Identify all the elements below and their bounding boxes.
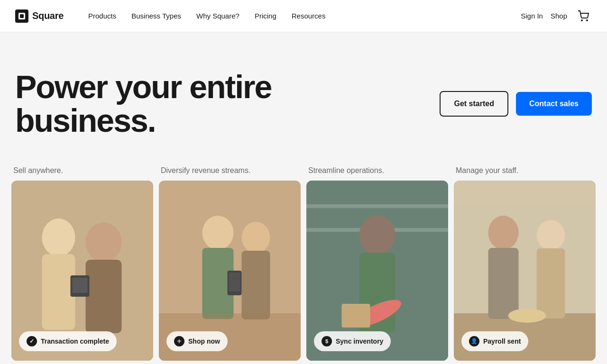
badge-label-1: Shop now <box>188 337 220 345</box>
card-sell-anywhere[interactable]: ✓ Transaction complete <box>11 181 153 361</box>
svg-point-31 <box>537 220 565 250</box>
square-logo-svg <box>18 12 26 20</box>
card-label-3: Manage your staff. <box>454 166 596 175</box>
brand-name: Square <box>32 10 64 21</box>
svg-rect-14 <box>202 248 234 319</box>
svg-rect-34 <box>454 181 596 204</box>
check-icon-0: ✓ <box>27 336 37 346</box>
get-started-button[interactable]: Get started <box>440 91 508 117</box>
nav-pricing[interactable]: Pricing <box>249 8 282 24</box>
card-label-1: Diversify revenue streams. <box>159 166 301 175</box>
svg-rect-6 <box>42 254 75 330</box>
svg-point-25 <box>350 294 405 332</box>
sync-icon-2: $ <box>322 336 332 346</box>
card-badge-2: $ Sync inventory <box>314 331 391 351</box>
contact-sales-button[interactable]: Contact sales <box>516 92 592 116</box>
svg-point-29 <box>488 216 519 250</box>
svg-rect-17 <box>228 271 242 295</box>
svg-rect-22 <box>306 228 448 232</box>
nav-products[interactable]: Products <box>83 8 122 24</box>
cards-grid: ✓ Transaction complete <box>11 181 596 361</box>
svg-rect-32 <box>537 248 565 318</box>
svg-rect-18 <box>229 273 240 291</box>
cards-labels: Sell anywhere. Diversify revenue streams… <box>11 166 596 175</box>
svg-point-23 <box>359 215 395 255</box>
plus-icon-1: + <box>174 336 184 346</box>
svg-point-15 <box>242 222 270 253</box>
card-badge-0: ✓ Transaction complete <box>19 331 117 351</box>
navbar: Square Products Business Types Why Squar… <box>0 0 607 32</box>
hero-section: Power your entire business. Get started … <box>0 32 607 166</box>
svg-rect-26 <box>342 304 370 328</box>
sign-in-link[interactable]: Sign In <box>521 12 543 20</box>
svg-rect-8 <box>86 260 122 333</box>
badge-label-3: Payroll sent <box>483 337 521 345</box>
svg-rect-21 <box>306 204 448 208</box>
hero-buttons: Get started Contact sales <box>440 91 592 117</box>
nav-resources[interactable]: Resources <box>286 8 331 24</box>
card-label-0: Sell anywhere. <box>11 166 153 175</box>
logo-icon <box>15 9 28 23</box>
nav-why-square[interactable]: Why Square? <box>191 8 245 24</box>
hero-title: Power your entire business. <box>15 70 404 138</box>
badge-label-0: Transaction complete <box>41 337 109 345</box>
card-diversify-revenue[interactable]: + Shop now <box>159 181 301 361</box>
card-badge-1: + Shop now <box>166 331 228 351</box>
nav-actions: Sign In Shop <box>521 8 592 25</box>
svg-rect-16 <box>242 251 270 319</box>
svg-point-7 <box>86 222 122 262</box>
nav-business-types[interactable]: Business Types <box>126 8 187 24</box>
cards-section: Sell anywhere. Diversify revenue streams… <box>0 166 607 361</box>
badge-label-2: Sync inventory <box>336 337 383 345</box>
svg-point-2 <box>581 20 582 21</box>
shop-link[interactable]: Shop <box>551 12 567 20</box>
nav-links: Products Business Types Why Square? Pric… <box>83 8 521 24</box>
svg-rect-1 <box>20 14 24 18</box>
card-streamline-operations[interactable]: $ Sync inventory <box>306 181 448 361</box>
svg-rect-11 <box>11 181 21 361</box>
person-icon-3: 👤 <box>469 336 479 346</box>
svg-point-5 <box>42 218 75 256</box>
svg-rect-24 <box>359 253 395 333</box>
svg-point-3 <box>587 20 588 21</box>
cart-button[interactable] <box>575 8 592 25</box>
cart-icon <box>578 10 589 22</box>
card-manage-staff[interactable]: 👤 Payroll sent <box>454 181 596 361</box>
svg-point-33 <box>508 309 546 323</box>
svg-rect-9 <box>71 275 90 297</box>
card-label-2: Streamline operations. <box>306 166 448 175</box>
svg-point-13 <box>202 216 234 250</box>
logo-link[interactable]: Square <box>15 9 64 23</box>
svg-rect-10 <box>73 278 88 293</box>
svg-rect-30 <box>488 248 519 319</box>
card-badge-3: 👤 Payroll sent <box>461 331 528 351</box>
